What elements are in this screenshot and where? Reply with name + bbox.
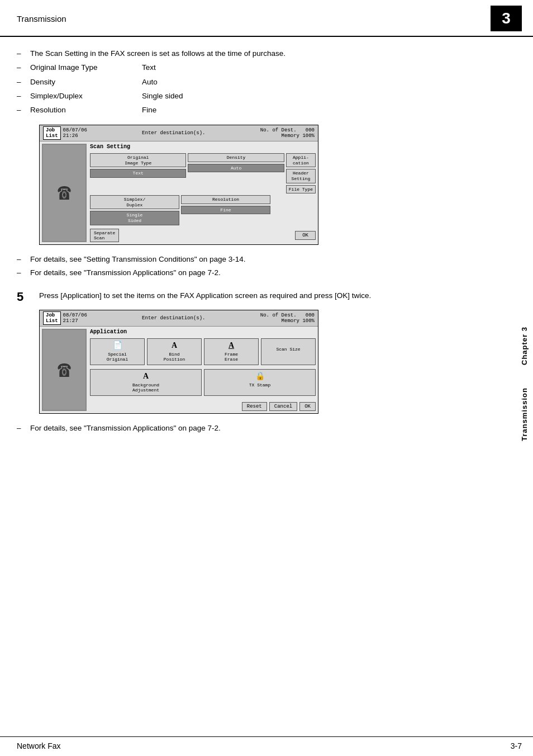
fax-body-2: ☎ Application 📄 SpecialOriginal A BindPo…: [40, 327, 318, 413]
simplex-row: Simplex/Duplex Single sided: [30, 91, 482, 102]
special-original-btn[interactable]: 📄 SpecialOriginal: [90, 338, 145, 365]
auto-value-btn[interactable]: Auto: [188, 164, 284, 173]
job-list-btn[interactable]: JobList: [43, 126, 61, 140]
simplex-value: Single sided: [142, 91, 482, 102]
fax-dest-text-1: Enter destination(s).: [92, 130, 256, 136]
resolution-value: Fine: [142, 105, 482, 116]
app-footer-row: Reset Cancel OK: [90, 402, 316, 411]
bind-position-btn[interactable]: A BindPosition: [147, 338, 202, 365]
header-setting-btn[interactable]: HeaderSetting: [286, 169, 316, 183]
dash: –: [17, 267, 28, 278]
sidebar-chapter-label: Chapter 3: [520, 327, 529, 365]
fine-btn[interactable]: Fine: [181, 206, 270, 215]
right-btn-col: Appli-cation HeaderSetting File Type: [286, 153, 316, 193]
note-list-2: – For details, see "Transmission Applica…: [17, 423, 482, 434]
scan-row-2: Simplex/Duplex SingleSided Resolution Fi…: [90, 195, 316, 225]
page-header: Transmission 3: [0, 0, 533, 37]
fax-datetime-1: 08/07/0621:26: [63, 127, 87, 139]
note-item-1b: – For details, see "Transmission Applica…: [17, 267, 482, 278]
chapter-badge: 3: [491, 6, 522, 31]
note-text-1a: For details, see "Setting Transmission C…: [30, 254, 246, 265]
intro-text: The Scan Setting in the FAX screen is se…: [30, 48, 482, 59]
job-list-btn-2[interactable]: JobList: [43, 311, 61, 325]
bind-position-icon: A: [150, 341, 199, 351]
note-item-2a: – For details, see "Transmission Applica…: [17, 423, 482, 434]
dash: –: [17, 91, 28, 102]
fax-memory-1: Memory 100%: [260, 133, 315, 139]
text-value-btn[interactable]: Text: [90, 169, 186, 178]
scan-setting-title: Scan Setting: [90, 144, 316, 150]
image-type-row: Original Image Type Text: [30, 62, 482, 73]
ok-btn-2[interactable]: OK: [299, 402, 316, 411]
right-sidebar: Chapter 3 Transmission: [515, 34, 533, 734]
bullet-item-density: – Density Auto: [17, 77, 482, 88]
phone-icon-1: ☎: [58, 179, 71, 206]
separate-scan-btn[interactable]: SeparateScan: [90, 229, 119, 242]
tx-stamp-btn[interactable]: 🔒 TX Stamp: [204, 369, 316, 396]
resolution-row: Resolution Fine: [30, 105, 482, 116]
tx-stamp-icon: 🔒: [207, 372, 313, 381]
fax-screen-1: JobList 08/07/0621:26 Enter destination(…: [39, 125, 318, 244]
fax-datetime-2: 08/07/0621:27: [63, 313, 87, 324]
bullet-item-intro: – The Scan Setting in the FAX screen is …: [17, 48, 482, 59]
step-5-row: 5 Press [Application] to set the items o…: [17, 290, 482, 304]
fax-counter-1: No. of Dest. 000: [260, 127, 315, 133]
footer-left: Network Fax: [17, 741, 61, 750]
application-btn[interactable]: Appli-cation: [286, 153, 316, 167]
bullet-item-resolution: – Resolution Fine: [17, 105, 482, 116]
note-text-2a: For details, see "Transmission Applicati…: [30, 423, 221, 434]
ok-btn-1[interactable]: OK: [295, 231, 316, 240]
bg-adjust-icon: A: [93, 372, 199, 381]
original-image-type-btn[interactable]: OriginalImage Type: [90, 153, 186, 167]
reset-btn[interactable]: Reset: [242, 402, 267, 411]
fax-topbar-2: JobList 08/07/0621:27 Enter destination(…: [40, 310, 318, 327]
fax-memory-2: Memory 100%: [260, 318, 315, 324]
footer-right: 3-7: [511, 741, 522, 750]
phone-icon-2: ☎: [58, 356, 71, 384]
step-5-number: 5: [17, 290, 30, 304]
application-title: Application: [90, 329, 316, 335]
resolution-btn[interactable]: Resolution: [181, 195, 270, 204]
dash: –: [17, 77, 28, 88]
fax-dest-text-2: Enter destination(s).: [92, 315, 256, 321]
app-row-2: A BackgroundAdjustment 🔒 TX Stamp: [90, 369, 316, 396]
page-footer: Network Fax 3-7: [0, 736, 533, 756]
dash: –: [17, 105, 28, 116]
image-type-label: Original Image Type: [30, 62, 142, 73]
dash: –: [17, 48, 28, 59]
app-row-1: 📄 SpecialOriginal A BindPosition A Frame…: [90, 338, 316, 365]
fax-screen-2: JobList 08/07/0621:27 Enter destination(…: [39, 310, 318, 414]
dash: –: [17, 254, 28, 265]
bullet-item-image-type: – Original Image Type Text: [17, 62, 482, 73]
density-value: Auto: [142, 77, 482, 88]
main-content: – The Scan Setting in the FAX screen is …: [0, 37, 515, 476]
simplex-duplex-btn[interactable]: Simplex/Duplex: [90, 195, 179, 209]
fax-right-panel-2: Application 📄 SpecialOriginal A BindPosi…: [90, 329, 316, 411]
scan-size-btn[interactable]: Scan Size: [261, 338, 316, 365]
note-item-1a: – For details, see "Setting Transmission…: [17, 254, 482, 265]
single-sided-btn[interactable]: SingleSided: [90, 211, 179, 225]
note-text-1b: For details, see "Transmission Applicati…: [30, 267, 221, 278]
intro-bullet-list: – The Scan Setting in the FAX screen is …: [17, 48, 482, 116]
fax-counter-2: No. of Dest. 000: [260, 313, 315, 318]
cancel-btn[interactable]: Cancel: [269, 402, 297, 411]
note-list-1: – For details, see "Setting Transmission…: [17, 254, 482, 279]
frame-erase-btn[interactable]: A FrameErase: [204, 338, 259, 365]
file-type-btn[interactable]: File Type: [286, 185, 316, 194]
density-row: Density Auto: [30, 77, 482, 88]
density-btn[interactable]: Density: [188, 153, 284, 162]
density-label: Density: [30, 77, 142, 88]
bullet-item-simplex: – Simplex/Duplex Single sided: [17, 91, 482, 102]
special-original-icon: 📄: [93, 341, 142, 351]
fax-phone-area-2: ☎: [42, 329, 87, 411]
resolution-label: Resolution: [30, 105, 142, 116]
dash: –: [17, 423, 28, 434]
sidebar-section-label: Transmission: [520, 388, 529, 441]
fax-body-1: ☎ Scan Setting OriginalImage Type Text D…: [40, 141, 318, 244]
frame-erase-icon: A: [207, 341, 256, 351]
simplex-label: Simplex/Duplex: [30, 91, 142, 102]
background-adjust-btn[interactable]: A BackgroundAdjustment: [90, 369, 202, 396]
fax-right-panel-1: Scan Setting OriginalImage Type Text Den…: [90, 144, 316, 242]
step-5-text: Press [Application] to set the items on …: [39, 290, 482, 302]
header-title: Transmission: [17, 14, 66, 23]
